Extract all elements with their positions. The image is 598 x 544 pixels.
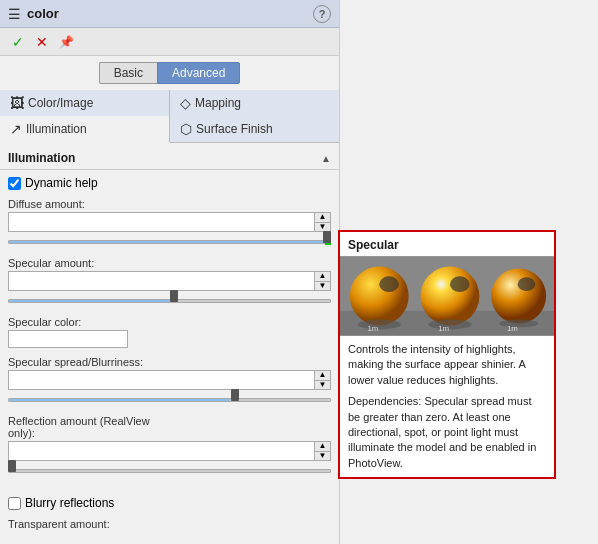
tooltip-text-2: Dependencies: Specular spread must be gr…: [348, 394, 546, 471]
svg-point-10: [499, 320, 538, 328]
section-header: Illumination ▲: [0, 145, 339, 170]
reflection-down-btn[interactable]: ▼: [315, 452, 330, 461]
specular-spread-spinner: 0.689999998 ▲ ▼: [8, 370, 331, 390]
panel-icon: ☰: [8, 6, 21, 22]
diffuse-label: Diffuse amount:: [8, 198, 331, 210]
tooltip-popup: Specular: [338, 230, 556, 479]
tooltip-text-1: Controls the intensity of highlights, ma…: [348, 342, 546, 388]
blurry-reflections-checkbox[interactable]: [8, 497, 21, 510]
dynamic-help-checkbox[interactable]: [8, 177, 21, 190]
specular-spread-input[interactable]: 0.689999998: [9, 371, 314, 389]
cancel-button[interactable]: ✕: [32, 32, 52, 52]
svg-text:1m: 1m: [507, 324, 518, 333]
reflection-slider[interactable]: [8, 464, 331, 478]
accept-button[interactable]: ✓: [8, 32, 28, 52]
surface-finish-label: Surface Finish: [196, 122, 273, 136]
basic-tab[interactable]: Basic: [99, 62, 157, 84]
mapping-tab[interactable]: ◇ Mapping: [170, 90, 339, 116]
nav-row-2: ↗ Illumination ⬡ Surface Finish: [0, 116, 339, 142]
color-image-icon: 🖼: [10, 95, 24, 111]
dynamic-help-row: Dynamic help: [8, 176, 331, 190]
tooltip-image: 1m 1m 1m: [340, 256, 554, 336]
diffuse-down-btn[interactable]: ▼: [315, 223, 330, 232]
balls-preview-svg: 1m 1m 1m: [340, 256, 554, 336]
diffuse-thumb: [323, 231, 331, 243]
diffuse-amount-group: Diffuse amount: 1.00 ▲ ▼: [8, 198, 331, 249]
mapping-icon: ◇: [180, 95, 191, 111]
tooltip-body: Controls the intensity of highlights, ma…: [340, 336, 554, 477]
toolbar: ✓ ✕ 📌: [0, 28, 339, 56]
specular-color-swatch[interactable]: [8, 330, 128, 348]
svg-point-8: [491, 269, 546, 324]
specular-spread-track: [8, 398, 331, 402]
nav-row-1: 🖼 Color/Image ◇ Mapping: [0, 90, 339, 116]
specular-fill: [9, 300, 170, 302]
mapping-label: Mapping: [195, 96, 241, 110]
transparent-amount-label: Transparent amount:: [8, 518, 331, 530]
collapse-arrow[interactable]: ▲: [321, 153, 331, 164]
svg-point-2: [350, 267, 409, 326]
svg-point-4: [358, 320, 401, 330]
diffuse-slider[interactable]: [8, 235, 331, 249]
specular-spinner-btns: ▲ ▼: [314, 272, 330, 290]
reflection-spinner-btns: ▲ ▼: [314, 442, 330, 460]
diffuse-spinner: 1.00 ▲ ▼: [8, 212, 331, 232]
specular-spread-group: Specular spread/Blurriness: 0.689999998 …: [8, 356, 331, 407]
advanced-tab[interactable]: Advanced: [157, 62, 240, 84]
specular-spread-label: Specular spread/Blurriness:: [8, 356, 331, 368]
diffuse-track: [8, 240, 331, 244]
reflection-thumb: [8, 460, 16, 472]
blurry-reflections-label: Blurry reflections: [25, 496, 114, 510]
diffuse-spinner-btns: ▲ ▼: [314, 213, 330, 231]
dynamic-help-label: Dynamic help: [25, 176, 98, 190]
svg-text:1m: 1m: [367, 324, 378, 333]
help-icon[interactable]: ?: [313, 5, 331, 23]
illumination-content: Dynamic help Diffuse amount: 1.00 ▲ ▼: [0, 170, 339, 492]
specular-amount-group: Specular amount: 0.50 ▲ ▼: [8, 257, 331, 308]
surface-finish-icon: ⬡: [180, 121, 192, 137]
specular-thumb: [170, 290, 178, 302]
svg-point-7: [428, 320, 471, 330]
svg-text:1m: 1m: [438, 324, 449, 333]
color-image-tab[interactable]: 🖼 Color/Image: [0, 90, 170, 116]
surface-finish-tab[interactable]: ⬡ Surface Finish: [170, 116, 339, 142]
section-title: Illumination: [8, 151, 75, 165]
diffuse-fill: [9, 241, 330, 243]
main-panel: ☰ color ? ✓ ✕ 📌 Basic Advanced 🖼 Color/I…: [0, 0, 340, 544]
illumination-label: Illumination: [26, 122, 87, 136]
specular-spread-down-btn[interactable]: ▼: [315, 381, 330, 390]
reflection-input[interactable]: 0.000: [9, 442, 314, 460]
pin-button[interactable]: 📌: [56, 32, 76, 52]
bottom-section: Blurry reflections Transparent amount:: [0, 492, 339, 536]
specular-color-group: Specular color:: [8, 316, 331, 348]
specular-spread-slider[interactable]: [8, 393, 331, 407]
svg-point-5: [420, 267, 479, 326]
color-image-label: Color/Image: [28, 96, 93, 110]
specular-spread-fill: [9, 399, 230, 401]
illumination-icon: ↗: [10, 121, 22, 137]
svg-point-9: [518, 277, 536, 291]
specular-spread-thumb: [231, 389, 239, 401]
svg-point-3: [379, 276, 399, 292]
specular-slider[interactable]: [8, 294, 331, 308]
specular-spread-spinner-btns: ▲ ▼: [314, 371, 330, 389]
reflection-spinner: 0.000 ▲ ▼: [8, 441, 331, 461]
panel-title: color: [27, 6, 59, 21]
specular-color-row: [8, 330, 331, 348]
specular-spinner: 0.50 ▲ ▼: [8, 271, 331, 291]
tooltip-title: Specular: [340, 232, 554, 256]
reflection-group: Reflection amount (RealViewonly): 0.000 …: [8, 415, 331, 478]
specular-amount-label: Specular amount:: [8, 257, 331, 269]
reflection-track: [8, 469, 331, 473]
tab-row: Basic Advanced: [0, 56, 339, 90]
specular-input[interactable]: 0.50: [9, 272, 314, 290]
specular-down-btn[interactable]: ▼: [315, 282, 330, 291]
specular-color-label: Specular color:: [8, 316, 331, 328]
diffuse-input[interactable]: 1.00: [9, 213, 314, 231]
svg-point-6: [450, 276, 470, 292]
title-row: ☰ color: [8, 6, 59, 22]
panel-header: ☰ color ?: [0, 0, 339, 28]
nav-tabs: 🖼 Color/Image ◇ Mapping ↗ Illumination ⬡…: [0, 90, 339, 143]
blurry-reflections-row: Blurry reflections: [8, 496, 331, 510]
illumination-tab[interactable]: ↗ Illumination: [0, 116, 170, 143]
